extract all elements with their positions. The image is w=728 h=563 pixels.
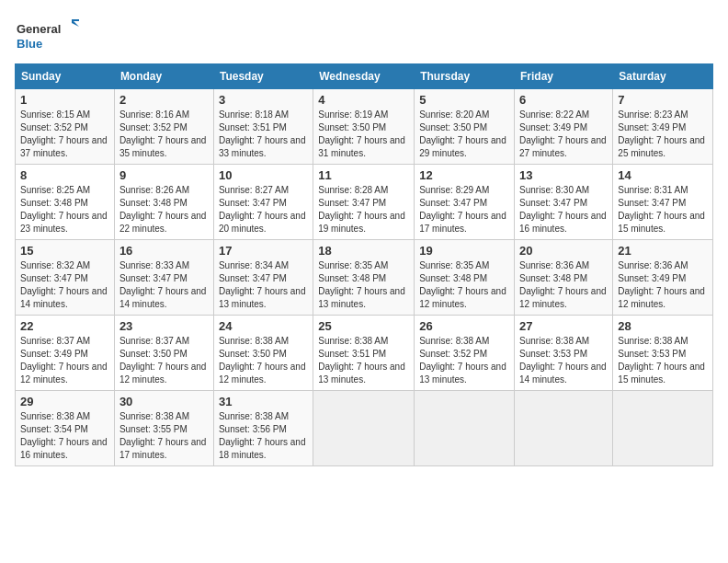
day-number: 1 (20, 93, 109, 107)
day-info: Sunrise: 8:38 AMSunset: 3:52 PMDaylight:… (419, 335, 509, 386)
col-header-wednesday: Wednesday (313, 64, 415, 89)
calendar-cell (613, 391, 713, 466)
calendar-cell: 11Sunrise: 8:28 AMSunset: 3:47 PMDayligh… (313, 165, 415, 240)
day-info: Sunrise: 8:37 AMSunset: 3:50 PMDaylight:… (119, 335, 209, 386)
day-info: Sunrise: 8:38 AMSunset: 3:50 PMDaylight:… (219, 335, 308, 386)
day-number: 31 (219, 395, 308, 408)
day-info: Sunrise: 8:36 AMSunset: 3:49 PMDaylight:… (618, 259, 708, 311)
calendar-week-row: 22Sunrise: 8:37 AMSunset: 3:49 PMDayligh… (16, 316, 713, 391)
calendar-week-row: 15Sunrise: 8:32 AMSunset: 3:47 PMDayligh… (16, 240, 713, 316)
calendar-cell: 21Sunrise: 8:36 AMSunset: 3:49 PMDayligh… (613, 240, 713, 316)
calendar-cell: 27Sunrise: 8:38 AMSunset: 3:53 PMDayligh… (515, 316, 613, 391)
day-number: 23 (119, 319, 209, 333)
day-number: 24 (219, 319, 308, 333)
day-number: 10 (219, 168, 308, 182)
day-info: Sunrise: 8:16 AMSunset: 3:52 PMDaylight:… (119, 109, 209, 160)
calendar-cell: 12Sunrise: 8:29 AMSunset: 3:47 PMDayligh… (415, 165, 515, 240)
calendar-cell: 5Sunrise: 8:20 AMSunset: 3:50 PMDaylight… (415, 89, 515, 165)
calendar-cell: 28Sunrise: 8:38 AMSunset: 3:53 PMDayligh… (613, 316, 713, 391)
day-number: 26 (419, 319, 509, 333)
day-info: Sunrise: 8:35 AMSunset: 3:48 PMDaylight:… (419, 259, 509, 311)
day-number: 27 (519, 319, 608, 333)
calendar-cell: 2Sunrise: 8:16 AMSunset: 3:52 PMDaylight… (114, 89, 213, 165)
col-header-tuesday: Tuesday (213, 64, 313, 89)
calendar-week-row: 29Sunrise: 8:38 AMSunset: 3:54 PMDayligh… (16, 391, 713, 466)
day-info: Sunrise: 8:28 AMSunset: 3:47 PMDaylight:… (318, 184, 409, 236)
day-info: Sunrise: 8:18 AMSunset: 3:51 PMDaylight:… (219, 109, 308, 160)
day-info: Sunrise: 8:19 AMSunset: 3:50 PMDaylight:… (318, 109, 409, 160)
day-info: Sunrise: 8:36 AMSunset: 3:48 PMDaylight:… (519, 259, 608, 311)
day-info: Sunrise: 8:25 AMSunset: 3:48 PMDaylight:… (20, 184, 109, 236)
calendar-cell: 24Sunrise: 8:38 AMSunset: 3:50 PMDayligh… (213, 316, 313, 391)
calendar-cell (313, 391, 415, 466)
day-number: 20 (519, 244, 608, 258)
day-info: Sunrise: 8:37 AMSunset: 3:49 PMDaylight:… (20, 335, 109, 386)
col-header-monday: Monday (114, 64, 213, 89)
calendar-cell: 7Sunrise: 8:23 AMSunset: 3:49 PMDaylight… (613, 89, 713, 165)
calendar-cell: 20Sunrise: 8:36 AMSunset: 3:48 PMDayligh… (515, 240, 613, 316)
day-info: Sunrise: 8:38 AMSunset: 3:55 PMDaylight:… (119, 410, 209, 462)
calendar-cell: 1Sunrise: 8:15 AMSunset: 3:52 PMDaylight… (16, 89, 115, 165)
day-number: 22 (20, 319, 109, 333)
day-info: Sunrise: 8:23 AMSunset: 3:49 PMDaylight:… (618, 109, 708, 160)
day-number: 28 (618, 319, 708, 333)
calendar-cell: 25Sunrise: 8:38 AMSunset: 3:51 PMDayligh… (313, 316, 415, 391)
calendar-cell: 26Sunrise: 8:38 AMSunset: 3:52 PMDayligh… (415, 316, 515, 391)
calendar-cell: 14Sunrise: 8:31 AMSunset: 3:47 PMDayligh… (613, 165, 713, 240)
day-number: 25 (318, 319, 409, 333)
day-number: 13 (519, 168, 608, 182)
calendar-cell: 4Sunrise: 8:19 AMSunset: 3:50 PMDaylight… (313, 89, 415, 165)
calendar-cell: 9Sunrise: 8:26 AMSunset: 3:48 PMDaylight… (114, 165, 213, 240)
day-number: 16 (119, 244, 209, 258)
day-info: Sunrise: 8:27 AMSunset: 3:47 PMDaylight:… (219, 184, 308, 236)
col-header-sunday: Sunday (16, 64, 115, 89)
day-number: 11 (318, 168, 409, 182)
calendar-cell: 3Sunrise: 8:18 AMSunset: 3:51 PMDaylight… (213, 89, 313, 165)
day-number: 4 (318, 93, 409, 107)
calendar-header-row: SundayMondayTuesdayWednesdayThursdayFrid… (16, 64, 713, 89)
day-info: Sunrise: 8:34 AMSunset: 3:47 PMDaylight:… (219, 259, 308, 311)
calendar-cell: 6Sunrise: 8:22 AMSunset: 3:49 PMDaylight… (515, 89, 613, 165)
page-header: General Blue (15, 15, 713, 56)
calendar-cell: 23Sunrise: 8:37 AMSunset: 3:50 PMDayligh… (114, 316, 213, 391)
day-info: Sunrise: 8:20 AMSunset: 3:50 PMDaylight:… (419, 109, 509, 160)
calendar-cell: 17Sunrise: 8:34 AMSunset: 3:47 PMDayligh… (213, 240, 313, 316)
calendar-cell (515, 391, 613, 466)
day-number: 29 (20, 395, 109, 408)
day-number: 6 (519, 93, 608, 107)
day-info: Sunrise: 8:35 AMSunset: 3:48 PMDaylight:… (318, 259, 409, 311)
day-number: 12 (419, 168, 509, 182)
calendar-cell (415, 391, 515, 466)
svg-text:Blue: Blue (17, 37, 42, 51)
col-header-friday: Friday (515, 64, 613, 89)
day-info: Sunrise: 8:26 AMSunset: 3:48 PMDaylight:… (119, 184, 209, 236)
day-number: 3 (219, 93, 308, 107)
day-number: 7 (618, 93, 708, 107)
day-number: 2 (119, 93, 209, 107)
svg-text:General: General (17, 22, 61, 36)
day-number: 18 (318, 244, 409, 258)
calendar-cell: 18Sunrise: 8:35 AMSunset: 3:48 PMDayligh… (313, 240, 415, 316)
calendar-cell: 22Sunrise: 8:37 AMSunset: 3:49 PMDayligh… (16, 316, 115, 391)
svg-rect-3 (72, 19, 79, 21)
calendar-cell: 29Sunrise: 8:38 AMSunset: 3:54 PMDayligh… (16, 391, 115, 466)
day-info: Sunrise: 8:29 AMSunset: 3:47 PMDaylight:… (419, 184, 509, 236)
calendar-cell: 15Sunrise: 8:32 AMSunset: 3:47 PMDayligh… (16, 240, 115, 316)
calendar-cell: 16Sunrise: 8:33 AMSunset: 3:47 PMDayligh… (114, 240, 213, 316)
day-number: 21 (618, 244, 708, 258)
day-number: 5 (419, 93, 509, 107)
day-info: Sunrise: 8:31 AMSunset: 3:47 PMDaylight:… (618, 184, 708, 236)
logo-svg: General Blue (15, 15, 79, 56)
day-number: 15 (20, 244, 109, 258)
calendar-cell: 31Sunrise: 8:38 AMSunset: 3:56 PMDayligh… (213, 391, 313, 466)
day-info: Sunrise: 8:33 AMSunset: 3:47 PMDaylight:… (119, 259, 209, 311)
day-number: 8 (20, 168, 109, 182)
day-info: Sunrise: 8:38 AMSunset: 3:53 PMDaylight:… (618, 335, 708, 386)
day-info: Sunrise: 8:38 AMSunset: 3:53 PMDaylight:… (519, 335, 608, 386)
day-info: Sunrise: 8:38 AMSunset: 3:54 PMDaylight:… (20, 410, 109, 462)
calendar-week-row: 8Sunrise: 8:25 AMSunset: 3:48 PMDaylight… (16, 165, 713, 240)
day-info: Sunrise: 8:38 AMSunset: 3:56 PMDaylight:… (219, 410, 308, 462)
day-info: Sunrise: 8:15 AMSunset: 3:52 PMDaylight:… (20, 109, 109, 160)
calendar-cell: 8Sunrise: 8:25 AMSunset: 3:48 PMDaylight… (16, 165, 115, 240)
day-number: 19 (419, 244, 509, 258)
